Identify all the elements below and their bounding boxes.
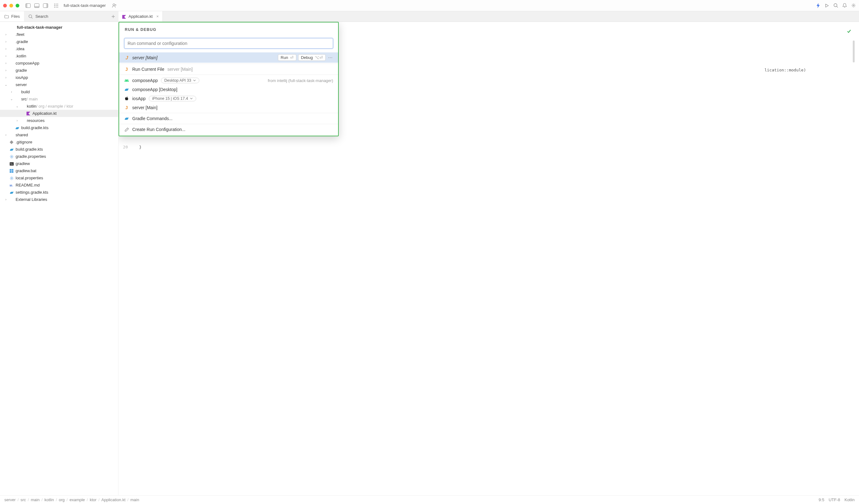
- tree-node[interactable]: ›.fleet: [0, 31, 118, 38]
- device-target-pill[interactable]: iPhone 15 | iOS 17.4: [149, 96, 196, 101]
- tree-node-label: .gradle: [16, 39, 28, 44]
- close-icon[interactable]: ×: [156, 14, 159, 19]
- files-panel-tab[interactable]: Files: [0, 11, 24, 21]
- panel-left-icon[interactable]: [25, 3, 31, 8]
- run-config-label: Run Current File: [132, 67, 164, 72]
- tree-node[interactable]: gradlew.bat: [0, 167, 118, 174]
- tree-node[interactable]: build.gradle.kts: [0, 146, 118, 153]
- more-actions-icon[interactable]: ⋯: [328, 55, 333, 60]
- separator: [119, 124, 338, 124]
- tree-node[interactable]: ›.idea: [0, 45, 118, 52]
- chevron-icon: ⌄: [15, 105, 19, 108]
- svg-point-18: [29, 15, 32, 17]
- run-play-icon[interactable]: [825, 3, 829, 8]
- tree-node[interactable]: ›gradle: [0, 67, 118, 74]
- pill-label: Desktop API 33: [164, 78, 191, 83]
- panel-right-icon[interactable]: [42, 3, 49, 8]
- breadcrumb-segment[interactable]: kotlin: [45, 498, 54, 502]
- status-bar: server/src/main/kotlin/org/example/ktor/…: [0, 495, 859, 504]
- breadcrumbs[interactable]: server/src/main/kotlin/org/example/ktor/…: [4, 498, 139, 502]
- run-config-label: server [Main]: [132, 55, 157, 60]
- tree-node[interactable]: ⌄src / main: [0, 95, 118, 103]
- svg-point-17: [853, 5, 854, 6]
- run-config-run-current-file[interactable]: J Run Current File server [Main]: [119, 65, 338, 74]
- tree-node[interactable]: ›resources: [0, 117, 118, 124]
- file-icon: [9, 190, 14, 195]
- cursor-position[interactable]: 9:5: [819, 498, 824, 502]
- debug-button[interactable]: Debug ⌥⏎: [298, 54, 326, 61]
- tree-node[interactable]: build.gradle.kts: [0, 124, 118, 131]
- search-icon[interactable]: [833, 3, 838, 8]
- run-config-composeapp[interactable]: composeApp Desktop API 33 from intellij …: [119, 76, 338, 85]
- run-config-gradle-commands[interactable]: Gradle Commands...: [119, 114, 338, 123]
- tree-node[interactable]: ›.kotlin: [0, 52, 118, 60]
- run-config-server-main-2[interactable]: J server [Main]: [119, 103, 338, 112]
- tree-node[interactable]: gradlew: [0, 160, 118, 167]
- window-maximize-button[interactable]: [16, 4, 19, 7]
- tree-node-label: local.properties: [16, 175, 43, 180]
- add-collaborator-icon[interactable]: [111, 3, 118, 8]
- smart-mode-icon[interactable]: [816, 3, 820, 8]
- tree-node[interactable]: ›External Libraries: [0, 196, 118, 203]
- run-shortcut: ⏎: [290, 55, 293, 60]
- code-editor[interactable]: lication::module) 20} RUN & DEBUG J serv…: [119, 22, 859, 495]
- breadcrumb-segment[interactable]: example: [70, 498, 85, 502]
- apps-grid-icon[interactable]: [53, 3, 59, 8]
- tree-node-label: gradle.properties: [16, 154, 46, 159]
- file-icon: [9, 147, 14, 152]
- run-config-create-new[interactable]: Create Run Configuration...: [119, 125, 338, 136]
- editor-tab-application-kt[interactable]: Application.kt ×: [119, 11, 163, 21]
- run-config-composeapp-desktop[interactable]: composeApp [Desktop]: [119, 85, 338, 94]
- breadcrumb-segment[interactable]: ktor: [90, 498, 97, 502]
- tree-node[interactable]: ⌄server: [0, 81, 118, 88]
- window-close-button[interactable]: [3, 4, 7, 7]
- add-panel-button[interactable]: [108, 11, 119, 21]
- tree-node[interactable]: ›shared: [0, 131, 118, 138]
- svg-point-16: [834, 4, 837, 7]
- file-encoding[interactable]: UTF-8: [829, 498, 840, 502]
- file-language[interactable]: Kotlin: [844, 498, 855, 502]
- window-minimize-button[interactable]: [9, 4, 13, 7]
- chevron-icon: ›: [4, 33, 8, 36]
- svg-point-9: [54, 5, 55, 6]
- search-panel-tab[interactable]: Search: [24, 11, 52, 21]
- tree-node[interactable]: Application.kt: [0, 110, 118, 117]
- file-icon: [26, 111, 31, 116]
- tree-node[interactable]: gradle.properties: [0, 153, 118, 160]
- breadcrumb-segment[interactable]: main: [31, 498, 40, 502]
- apple-icon: [124, 96, 129, 101]
- svg-rect-3: [35, 6, 39, 7]
- run-button[interactable]: Run ⏎: [278, 54, 296, 61]
- file-tree-panel[interactable]: full-stack-task-manager›.fleet›.gradle›.…: [0, 22, 119, 495]
- breadcrumb-segment[interactable]: Application.kt: [101, 498, 125, 502]
- main-area: full-stack-task-manager›.fleet›.gradle›.…: [0, 22, 859, 495]
- panel-bottom-icon[interactable]: [34, 3, 40, 8]
- file-icon: [14, 126, 20, 130]
- run-config-search-input[interactable]: [124, 38, 333, 49]
- tree-node[interactable]: local.properties: [0, 174, 118, 182]
- project-root[interactable]: full-stack-task-manager: [0, 24, 118, 31]
- run-config-extra: server [Main]: [167, 67, 193, 72]
- window-traffic-lights[interactable]: [3, 4, 19, 7]
- breadcrumb-segment[interactable]: src: [20, 498, 26, 502]
- breadcrumb-segment[interactable]: org: [59, 498, 65, 502]
- tree-node[interactable]: ›build: [0, 88, 118, 95]
- tree-node[interactable]: ⌄kotlin / org / example / ktor: [0, 103, 118, 110]
- breadcrumb-separator: /: [28, 498, 29, 502]
- settings-icon[interactable]: [851, 3, 856, 8]
- search-icon: [28, 14, 33, 19]
- breadcrumb-segment[interactable]: main: [130, 498, 139, 502]
- tree-node[interactable]: ›composeApp: [0, 60, 118, 67]
- tree-node[interactable]: ›iosApp: [0, 74, 118, 81]
- svg-point-6: [54, 3, 55, 4]
- device-target-pill[interactable]: Desktop API 33: [161, 78, 199, 83]
- notifications-icon[interactable]: [843, 3, 847, 8]
- tree-node[interactable]: .gitignore: [0, 138, 118, 146]
- tree-node[interactable]: M↓README.md: [0, 182, 118, 189]
- tree-node[interactable]: settings.gradle.kts: [0, 189, 118, 196]
- breadcrumb-segment[interactable]: server: [4, 498, 16, 502]
- svg-point-19: [11, 156, 12, 157]
- run-config-server-main[interactable]: J server [Main] Run ⏎ Debug ⌥⏎ ⋯: [119, 52, 338, 63]
- tree-node[interactable]: ›.gradle: [0, 38, 118, 45]
- run-config-iosapp[interactable]: iosApp iPhone 15 | iOS 17.4: [119, 94, 338, 103]
